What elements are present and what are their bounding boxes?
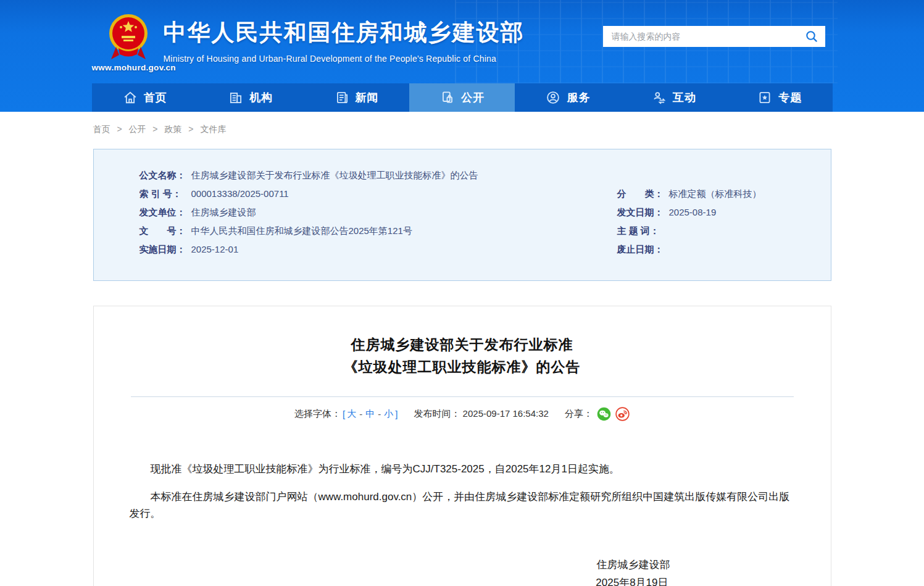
publish-time-value: 2025-09-17 16:54:32 [463, 408, 549, 419]
font-size-dash: - [378, 409, 381, 419]
doc-meta-panel: 公文名称： 住房城乡建设部关于发布行业标准《垃圾处理工职业技能标准》的公告 索 … [93, 149, 831, 281]
site-title: 中华人民共和国住房和城乡建设部 [164, 17, 525, 48]
font-size-medium[interactable]: 中 [365, 408, 375, 420]
bracket-open: [ [343, 409, 345, 419]
signature-date: 2025年8月19日 [130, 574, 702, 586]
article-title-line1: 住房城乡建设部关于发布行业标准 [130, 333, 795, 356]
nav-item-disclosure[interactable]: 公开 [409, 83, 515, 112]
meta-row-subject-words: 主 题 词： [617, 225, 831, 243]
article-paragraph: 现批准《垃圾处理工职业技能标准》为行业标准，编号为CJJ/T325-2025，自… [130, 461, 795, 478]
meta-columns: 索 引 号： 000013338/2025-00711 发文单位： 住房城乡建设… [139, 188, 831, 262]
search-icon [804, 29, 819, 44]
site-url: www.mohurd.gov.cn [92, 63, 165, 72]
nav-item-label: 专题 [778, 90, 802, 105]
service-icon [545, 90, 561, 106]
search-input[interactable] [612, 31, 804, 41]
interaction-icon [651, 90, 667, 106]
meta-row-category: 分 类： 标准定额（标准科技） [617, 188, 831, 206]
meta-column-left: 索 引 号： 000013338/2025-00711 发文单位： 住房城乡建设… [139, 188, 617, 262]
meta-label: 公文名称： [139, 169, 191, 188]
bracket-close: ] [395, 409, 397, 419]
nav-item-label: 首页 [144, 90, 167, 105]
meta-label: 分 类： [617, 188, 669, 206]
meta-row-repeal-date: 废止日期： [617, 243, 831, 262]
publish-time-label: 发布时间： [414, 408, 460, 419]
nav-item-label: 机构 [249, 90, 273, 105]
meta-label: 发文单位： [139, 206, 191, 225]
nav-item-label: 互动 [673, 90, 696, 105]
article-meta-bar: 选择字体： [ 大 - 中 - 小 ] 发布时间： 2025-09-17 16:… [130, 407, 795, 421]
page: www.mohurd.gov.cn 中华人民共和国住房和城乡建设部 Minist… [0, 0, 924, 586]
search-box [603, 26, 825, 47]
disclosure-icon [439, 90, 456, 106]
breadcrumb-separator: > [117, 124, 122, 134]
nav-item-label: 新闻 [356, 90, 379, 105]
article-title: 住房城乡建设部关于发布行业标准 《垃圾处理工职业技能标准》的公告 [130, 333, 795, 378]
nav-item-news[interactable]: 新闻 [303, 83, 409, 112]
home-icon [122, 90, 138, 106]
header-inner: www.mohurd.gov.cn 中华人民共和国住房和城乡建设部 Minist… [92, 0, 833, 83]
meta-label: 文 号： [139, 225, 191, 243]
font-size-selector: 选择字体： [ 大 - 中 - 小 ] [294, 408, 397, 420]
main-nav: 首页 机构 新闻 [92, 83, 833, 112]
article-panel: 住房城乡建设部关于发布行业标准 《垃圾处理工职业技能标准》的公告 选择字体： [… [93, 306, 831, 586]
meta-row-implementation-date: 实施日期： 2025-12-01 [139, 243, 617, 262]
meta-value: 2025-12-01 [191, 243, 239, 262]
meta-label: 索 引 号： [139, 188, 191, 206]
font-selector-label: 选择字体： [294, 408, 341, 420]
wechat-share-icon[interactable] [597, 407, 611, 421]
site-title-block: 中华人民共和国住房和城乡建设部 Ministry of Housing and … [164, 17, 525, 64]
meta-row-doc-number: 文 号： 中华人民共和国住房和城乡建设部公告2025年第121号 [139, 225, 617, 243]
site-header: www.mohurd.gov.cn 中华人民共和国住房和城乡建设部 Minist… [0, 0, 924, 112]
meta-value: 住房城乡建设部 [191, 206, 256, 225]
nav-item-service[interactable]: 服务 [515, 83, 620, 112]
search-button[interactable] [804, 29, 819, 44]
breadcrumb-separator: > [188, 124, 193, 134]
national-emblem-icon [105, 11, 152, 62]
organization-icon [228, 90, 244, 106]
meta-value: 住房城乡建设部关于发布行业标准《垃圾处理工职业技能标准》的公告 [191, 169, 478, 188]
nav-item-topics[interactable]: 专题 [726, 83, 832, 112]
meta-label: 实施日期： [139, 243, 191, 262]
meta-row-index-number: 索 引 号： 000013338/2025-00711 [139, 188, 617, 206]
weibo-share-icon[interactable] [615, 407, 630, 421]
nav-item-home[interactable]: 首页 [92, 83, 198, 112]
meta-row-issue-date: 发文日期： 2025-08-19 [617, 206, 831, 225]
meta-row-doc-name: 公文名称： 住房城乡建设部关于发布行业标准《垃圾处理工职业技能标准》的公告 [139, 169, 831, 188]
breadcrumb-disclosure[interactable]: 公开 [128, 124, 146, 134]
nav-item-label: 服务 [567, 90, 590, 105]
share-label: 分享： [565, 408, 593, 420]
meta-label: 主 题 词： [617, 225, 669, 243]
site-logo[interactable]: www.mohurd.gov.cn [92, 11, 165, 72]
publish-time: 发布时间： 2025-09-17 16:54:32 [414, 408, 548, 420]
breadcrumb: 首页 > 公开 > 政策 > 文件库 [93, 124, 831, 135]
nav-item-label: 公开 [461, 90, 485, 105]
font-size-large[interactable]: 大 [347, 408, 356, 420]
article-paragraph: 本标准在住房城乡建设部门户网站（www.mohurd.gov.cn）公开，并由住… [130, 488, 795, 522]
title-divider [131, 396, 794, 397]
meta-value: 标准定额（标准科技） [669, 188, 762, 206]
breadcrumb-home[interactable]: 首页 [93, 124, 110, 134]
font-size-dash: - [359, 409, 362, 419]
news-icon [334, 90, 350, 106]
site-subtitle-en: Ministry of Housing and Urban-Rural Deve… [164, 54, 525, 64]
meta-column-right: 分 类： 标准定额（标准科技） 发文日期： 2025-08-19 主 题 词： … [617, 188, 831, 262]
meta-value: 000013338/2025-00711 [191, 188, 289, 206]
nav-item-organization[interactable]: 机构 [198, 83, 303, 112]
breadcrumb-library: 文件库 [200, 124, 226, 134]
topics-icon [757, 90, 773, 106]
meta-label: 发文日期： [617, 206, 669, 225]
signature-organization: 住房城乡建设部 [130, 556, 702, 574]
breadcrumb-separator: > [152, 124, 157, 134]
signature-block: 住房城乡建设部 2025年8月19日 [130, 556, 795, 586]
share-group: 分享： [565, 407, 630, 421]
breadcrumb-policy[interactable]: 政策 [164, 124, 181, 134]
meta-label: 废止日期： [617, 243, 669, 262]
nav-item-interaction[interactable]: 互动 [621, 83, 726, 112]
meta-value: 中华人民共和国住房和城乡建设部公告2025年第121号 [191, 225, 412, 243]
article-title-line2: 《垃圾处理工职业技能标准》的公告 [130, 356, 795, 378]
article-body: 现批准《垃圾处理工职业技能标准》为行业标准，编号为CJJ/T325-2025，自… [130, 461, 795, 522]
font-size-small[interactable]: 小 [384, 408, 393, 420]
meta-value: 2025-08-19 [669, 206, 717, 225]
meta-row-issuing-unit: 发文单位： 住房城乡建设部 [139, 206, 617, 225]
